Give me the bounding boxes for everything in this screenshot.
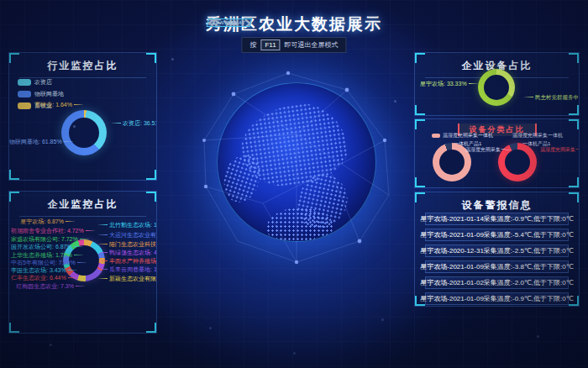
chart-label: 畜牧业: 1.64% <box>21 102 83 108</box>
alarm-row: 星宇农场-2021-01-09采集温度:-0.9℃,低于下限:0℃ <box>425 292 569 305</box>
chart-label: 温湿度光照采集一— <box>465 146 511 154</box>
device-donut-chart[interactable] <box>478 69 515 106</box>
header: LANDRUAT 秀洲区农业大数据展示 <box>0 13 588 35</box>
brand-logo: LANDRUAT <box>207 18 252 27</box>
panel-title: 行业监控占比 <box>19 53 146 78</box>
device-alarm-panel: 设备警报信息 星宇农场-2021-01-14采集温度:-0.9℃,低于下限:0℃… <box>414 192 580 307</box>
legend-item-left[interactable]: 温湿度光照采集一体机 <box>432 132 493 139</box>
donut-hole <box>439 150 465 175</box>
chart-label: 红梅园生态农业: 7.3% <box>11 283 85 290</box>
chart-label: 丰圆水产种养殖场: 1. <box>98 258 157 265</box>
chart-label: 瓜果云周巷基地: 15.02% <box>98 266 157 273</box>
panel-title: 企业监控占比 <box>19 192 146 217</box>
chart-label: 上华生态养殖场: 1.72% <box>11 252 75 259</box>
globe <box>217 82 376 242</box>
alarm-row: 星宇农场-2020-12-31采集温度:-2.5℃,低于下限:0℃ <box>425 244 569 257</box>
hint-prefix: 按 <box>249 40 256 50</box>
legend-swatch <box>18 91 31 97</box>
chart-label: 李国生态农场: 3.43% <box>11 267 75 274</box>
legend-label: 温湿度光照采集一体机 <box>512 132 563 139</box>
chart-label: 星宇农场: 33.33% <box>420 81 475 87</box>
legend-item-wulianwang[interactable]: 物联网基地 <box>18 90 64 98</box>
chart-label: 新颖生态农业有限公司: 6.87 <box>98 276 157 282</box>
chart-label: 农资店: 36.51% <box>112 120 157 127</box>
chart-label: 国开发农场公司: 6.87% <box>11 244 75 250</box>
alarm-row: 星宇农场-2021-01-14采集温度:-0.9℃,低于下限:0℃ <box>425 213 569 225</box>
legend-swatch <box>501 134 510 138</box>
chart-label: 仁丰生态农业: 6.44% <box>11 275 75 281</box>
chart-label: 物联网基地: 61.85% <box>9 139 60 145</box>
legend-swatch <box>432 134 440 138</box>
fullscreen-hint: 按 F11 即可退出全屏模式 <box>241 37 346 53</box>
dashboard-stage: LANDRUAT 秀洲区农业大数据展示 按 F11 即可退出全屏模式 行业监控占… <box>0 0 588 368</box>
alarm-row: 星宇农场-2021-01-09采集温度:-3.8℃,低于下限:0℃ <box>425 260 569 273</box>
donut-hole <box>484 75 509 100</box>
industry-monitor-panel: 行业监控占比 农资店 物联网基地 畜牧业 畜牧业: 1.64% 农资店: 36.… <box>8 52 157 181</box>
industry-donut-chart[interactable] <box>61 110 107 155</box>
chart-label: 温湿度光照采集一— <box>540 146 580 154</box>
chart-label: 中石5年有限公司: 7.29% <box>11 260 75 266</box>
legend-label: 物联网基地 <box>34 90 64 98</box>
chart-label: 初旭雨舍专业合作社: 4.72% <box>11 228 75 234</box>
chart-label: 大运河生态农业有限责任公 <box>98 232 157 239</box>
f11-key-badge: F11 <box>260 39 280 50</box>
legend-swatch <box>18 79 31 86</box>
alarm-row: 星宇农场-2021-01-09采集温度:-5.4℃,低于下限:0℃ <box>425 229 569 241</box>
continent-dots <box>266 208 333 242</box>
enterprise-monitor-panel: 企业监控占比 星宇农场: 6.87% 初旭雨舍专业合作社: 4.72% 家盛农场… <box>8 191 157 334</box>
chart-label: 星宇农场: 6.87% <box>11 218 75 225</box>
legend-label: 温湿度光照采集一体机 <box>443 132 493 139</box>
chart-label: 民主村党群服务中心: <box>524 94 580 100</box>
legend-item-nongzidian[interactable]: 农资店 <box>18 78 64 87</box>
chart-label: 陆门生态农业科技有限公 <box>98 241 157 248</box>
enterprise-device-panel: 企业设备占比 星宇农场: 33.33% 民主村党群服务中心: <box>414 52 580 116</box>
hint-suffix: 即可退出全屏模式 <box>285 40 339 50</box>
chart-label: 家盛农场有限公司: 7.72% <box>11 236 75 243</box>
legend-label: 农资店 <box>34 78 52 87</box>
device-class-panel: 设备分类占比 温湿度光照采集一体机 温湿度光照采集一体机 一体机产品1 一体机产… <box>414 118 580 188</box>
legend-item-right[interactable]: 温湿度光照采集一体机 <box>501 132 563 139</box>
donut-hole <box>69 118 99 148</box>
alarm-row: 星宇农场-2021-01-02采集温度:-2.0℃,低于下限:0℃ <box>425 276 569 289</box>
background-sparks <box>0 0 1 1</box>
chart-label: 鸭绿荡生态农场: 4.29 <box>98 250 157 256</box>
chart-label: 北竹鹅生态农场: 11.36% <box>98 222 157 229</box>
